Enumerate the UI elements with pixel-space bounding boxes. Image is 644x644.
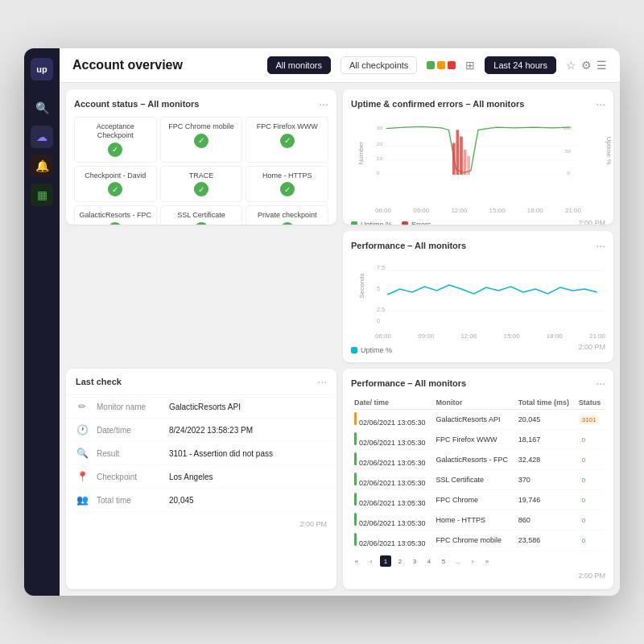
last-check-row: ✏ Monitor name GalacticResorts API: [66, 395, 336, 419]
table-pagination: «‹12345...›»: [351, 555, 605, 567]
row-value: 20,045: [169, 496, 194, 505]
row-indicator: [354, 493, 357, 506]
svg-text:2.5: 2.5: [377, 307, 385, 312]
perf-table-menu[interactable]: ···: [596, 377, 605, 390]
last-check-timestamp: 2:00 PM: [299, 520, 327, 528]
main-window: up 🔍 ☁ 🔔 ▦ Account overview All monitors…: [24, 48, 620, 596]
all-monitors-button[interactable]: All monitors: [267, 56, 331, 74]
row-label: Monitor name: [97, 402, 161, 411]
grid-icon[interactable]: ⊞: [465, 59, 475, 72]
table-row[interactable]: 02/06/2021 13:05:30 SSL Certificate 370 …: [351, 470, 605, 490]
page-btn[interactable]: 5: [438, 555, 449, 567]
svg-text:30: 30: [377, 126, 383, 131]
star-icon[interactable]: ☆: [566, 59, 576, 72]
last-check-panel: Last check ··· ✏ Monitor name GalacticRe…: [66, 369, 336, 589]
table-row[interactable]: 02/06/2021 13:05:30 GalacticResorts - FP…: [351, 450, 605, 470]
page-btn[interactable]: 1: [380, 555, 391, 567]
y-axis-left-label: Number: [357, 142, 365, 164]
status-item[interactable]: TRACE✓: [160, 166, 243, 203]
page-btn[interactable]: 3: [409, 555, 420, 567]
perf-x-labels: 06:00 09:00 12:00 15:00 18:00 21:00: [351, 332, 605, 340]
table-row[interactable]: 02/06/2021 13:05:30 FPC Chrome mobile 23…: [351, 530, 605, 551]
last-check-header: Last check ···: [66, 369, 336, 395]
row-indicator: [354, 412, 357, 425]
table-row[interactable]: 02/06/2021 13:05:30 Home - HTTPS 860 0: [351, 510, 605, 530]
performance-chart-panel: Performance – All monitors ··· Seconds 7…: [343, 231, 613, 362]
status-item[interactable]: SSL Certificate✓: [160, 205, 243, 225]
account-status-panel: Account status – All monitors ··· Accept…: [66, 89, 336, 225]
perf-legend-uptime: Uptime %: [361, 346, 392, 354]
sidebar-search-icon[interactable]: 🔍: [31, 97, 53, 119]
status-item[interactable]: Checkpoint - David✓: [74, 166, 157, 203]
page-btn[interactable]: ...: [452, 555, 464, 567]
row-indicator: [354, 513, 357, 526]
content-grid: Account status – All monitors ··· Accept…: [60, 83, 620, 369]
table-row[interactable]: 02/06/2021 13:05:30 GalacticResorts API …: [351, 410, 605, 430]
legend-errors: Errors: [411, 221, 431, 225]
sidebar-cloud-icon[interactable]: ☁: [31, 126, 53, 148]
row-value: Los Angeles: [169, 473, 213, 481]
status-item[interactable]: FPC Chrome mobile✓: [160, 117, 243, 163]
status-badge: 0: [579, 456, 588, 464]
status-item[interactable]: Acceptance Checkpoint✓: [74, 117, 157, 163]
header: Account overview All monitors All checkp…: [60, 48, 620, 83]
sidebar-bell-icon[interactable]: 🔔: [31, 155, 53, 177]
last-check-row: 👥 Total time 20,045: [66, 489, 336, 512]
settings-icon[interactable]: ⚙: [581, 59, 592, 72]
page-btn[interactable]: 2: [394, 555, 406, 567]
last-24-hours-button[interactable]: Last 24 hours: [485, 56, 556, 74]
account-status-title: Account status – All monitors: [74, 99, 199, 109]
row-value: 3101 - Assertion did not pass: [169, 449, 273, 458]
row-indicator: [354, 533, 357, 546]
sidebar-chart-icon[interactable]: ▦: [31, 184, 53, 206]
table-row[interactable]: 02/06/2021 13:05:30 FPC Firefox WWW 18,1…: [351, 430, 605, 450]
svg-rect-12: [456, 130, 460, 175]
perf-menu[interactable]: ···: [596, 239, 605, 252]
row-label: Result: [97, 449, 161, 458]
page-btn[interactable]: ›: [467, 555, 478, 567]
uptime-svg: 30 20 10 0 100 50 0: [375, 117, 581, 189]
svg-text:7.5: 7.5: [377, 265, 385, 270]
svg-text:10: 10: [377, 156, 383, 161]
row-value: GalacticResorts API: [169, 402, 241, 411]
uptime-menu[interactable]: ···: [596, 97, 605, 110]
svg-text:50: 50: [565, 149, 572, 154]
row-icon: 🕐: [76, 424, 89, 436]
table-row[interactable]: 02/06/2021 13:05:30 FPC Chrome 19,746 0: [351, 490, 605, 510]
all-checkpoints-button[interactable]: All checkpoints: [341, 56, 417, 74]
status-colors: [427, 61, 456, 69]
perf-timestamp: 2:00 PM: [578, 343, 605, 354]
row-icon: ✏: [76, 401, 89, 412]
status-badge: 0: [579, 536, 588, 545]
status-item[interactable]: Private checkpoint✓: [246, 205, 328, 225]
menu-icon[interactable]: ☰: [597, 59, 607, 72]
performance-table: Date/ timeMonitorTotal time (ms)Status 0…: [351, 396, 605, 551]
last-check-rows: ✏ Monitor name GalacticResorts API 🕐 Dat…: [66, 395, 336, 512]
perf-table-title: Performance – All monitors: [351, 378, 466, 388]
page-btn[interactable]: ‹: [365, 555, 377, 567]
perf-y-label: Seconds: [358, 273, 365, 298]
status-item[interactable]: GalacticResorts - FPC✓: [74, 205, 157, 225]
page-btn[interactable]: 4: [423, 555, 435, 567]
last-check-row: 📍 Checkpoint Los Angeles: [66, 465, 336, 489]
account-status-menu[interactable]: ···: [319, 97, 328, 110]
status-item[interactable]: Home - HTTPS✓: [246, 166, 328, 203]
legend-uptime: Uptime %: [361, 221, 392, 225]
performance-table-panel: Performance – All monitors ··· Date/ tim…: [343, 369, 613, 589]
last-check-menu[interactable]: ···: [317, 375, 327, 388]
bottom-panels: Last check ··· ✏ Monitor name GalacticRe…: [60, 369, 620, 596]
page-btn[interactable]: «: [351, 555, 362, 567]
row-label: Total time: [97, 496, 161, 505]
last-check-row: 🔍 Result 3101 - Assertion did not pass: [66, 442, 336, 465]
svg-text:5: 5: [377, 286, 380, 291]
status-item[interactable]: FPC Firefox WWW✓: [246, 117, 328, 163]
svg-text:0: 0: [377, 318, 380, 323]
svg-rect-13: [460, 137, 463, 175]
status-badge: 3101: [579, 415, 600, 424]
sidebar-logo: up: [31, 58, 53, 80]
page-btn[interactable]: »: [481, 555, 493, 567]
y-axis-right-label: Uptime %: [605, 137, 613, 165]
uptime-legend: Uptime % Errors: [351, 221, 431, 225]
status-badge: 0: [579, 516, 588, 525]
uptime-timestamp: 2:00 PM: [578, 219, 605, 225]
